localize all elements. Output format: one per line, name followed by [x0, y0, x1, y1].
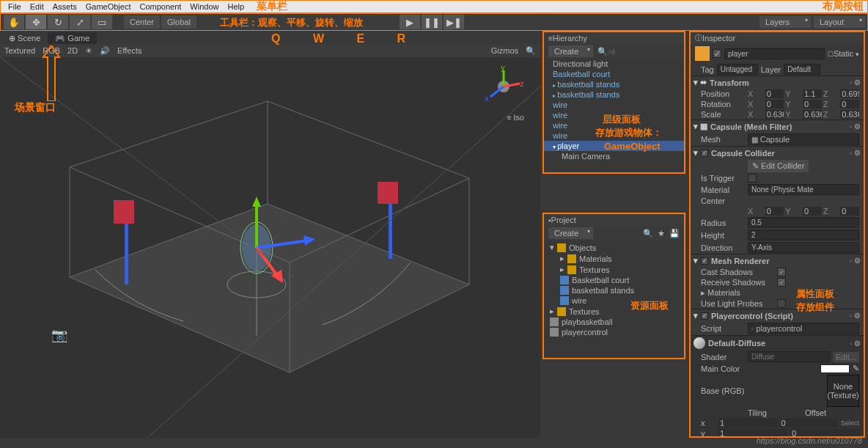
hierarchy-item[interactable]: wire: [544, 110, 684, 120]
play-button[interactable]: ▶: [400, 15, 420, 29]
shading-mode[interactable]: Textured: [4, 46, 35, 55]
meshfilter-header[interactable]: ▾ ▦ Capsule (Mesh Filter)▫ ⚙: [691, 120, 864, 133]
meshrenderer-header[interactable]: ▾ ✓ Mesh Renderer▫ ⚙: [691, 254, 864, 267]
menu-file[interactable]: File: [4, 2, 26, 11]
scene-tab[interactable]: ⊕ Scene: [1, 32, 48, 44]
project-folder[interactable]: ▸Textures: [547, 306, 681, 317]
rect-tool[interactable]: ▭: [92, 15, 112, 29]
svg-text:z: z: [520, 79, 524, 88]
rot-z[interactable]: 0: [840, 100, 859, 109]
texture-slot[interactable]: None(Texture): [827, 375, 859, 407]
static-checkbox[interactable]: ☐Static ▾: [828, 49, 859, 58]
name-field[interactable]: player: [724, 48, 825, 59]
hierarchy-item[interactable]: Basketball court: [544, 69, 684, 79]
pause-button[interactable]: ❚❚: [422, 15, 442, 29]
project-create[interactable]: Create: [548, 227, 593, 239]
hierarchy-item[interactable]: wire: [544, 100, 684, 110]
active-checkbox[interactable]: ✓: [713, 49, 721, 58]
tag-dropdown[interactable]: Untagged: [717, 64, 758, 75]
project-search[interactable]: 🔍: [643, 229, 653, 238]
hierarchy-item[interactable]: wire: [544, 120, 684, 131]
game-tab[interactable]: 🎮 Game: [48, 32, 97, 44]
project-folder[interactable]: ▸Materials: [547, 253, 681, 264]
move-tool[interactable]: ✥: [26, 15, 46, 29]
recvshadow-checkbox[interactable]: ✓: [777, 278, 786, 287]
effects-dropdown[interactable]: Effects: [117, 46, 141, 55]
space-mode[interactable]: Global: [161, 15, 196, 29]
pos-y[interactable]: 1.1: [803, 89, 822, 98]
rot-y[interactable]: 0: [803, 100, 822, 109]
pivot-mode[interactable]: Center: [124, 15, 160, 29]
hierarchy-item[interactable]: Directional light: [544, 59, 684, 69]
gizmos-dropdown[interactable]: Gizmos: [491, 46, 518, 55]
physmat-field[interactable]: None (Physic Mate: [748, 184, 859, 195]
rot-x[interactable]: 0: [765, 100, 784, 109]
edit-collider-button[interactable]: ✎ Edit Collider: [748, 160, 809, 172]
height-field[interactable]: 2: [748, 229, 859, 240]
collider-header[interactable]: ▾ ✓ Capsule Collider▫ ⚙: [691, 147, 864, 159]
castshadow-checkbox[interactable]: ✓: [777, 268, 786, 276]
hierarchy-item[interactable]: basketball stands: [544, 89, 684, 100]
scale-x[interactable]: 0.6361: [765, 110, 784, 119]
pos-x[interactable]: 0: [765, 89, 784, 98]
audio-icon[interactable]: 🔊: [100, 46, 110, 56]
project-script[interactable]: playercontrol: [547, 327, 681, 337]
color-swatch[interactable]: [820, 364, 850, 373]
project-prefab[interactable]: wire: [547, 295, 681, 306]
hierarchy-item[interactable]: basketball stands: [544, 79, 684, 89]
hierarchy-item[interactable]: Main Camera: [544, 151, 684, 161]
material-header[interactable]: Default-Diffuse▫ ⚙: [691, 336, 864, 350]
menu-assets[interactable]: Assets: [48, 2, 81, 11]
scale-tool[interactable]: ⤢: [70, 15, 90, 29]
menu-window[interactable]: Window: [185, 2, 223, 11]
project-prefab[interactable]: Basketball court: [547, 275, 681, 285]
project-folder[interactable]: ▾Objects: [547, 242, 681, 253]
scene-search[interactable]: 🔍: [526, 46, 536, 56]
gear-icon[interactable]: ▫ ⚙: [850, 312, 861, 320]
rotate-tool[interactable]: ↻: [48, 15, 68, 29]
script-field[interactable]: ▫ playercontrol: [748, 323, 859, 334]
scale-y[interactable]: 0.6361: [803, 110, 822, 119]
gear-icon[interactable]: ▫ ⚙: [850, 122, 861, 131]
project-prefab[interactable]: basketball stands: [547, 285, 681, 295]
gear-icon[interactable]: ▫ ⚙: [850, 78, 861, 87]
hierarchy-item[interactable]: wire: [544, 131, 684, 141]
layer-dropdown[interactable]: Default: [784, 64, 820, 75]
script-header[interactable]: ▾ ✓ Playercontrol (Script)▫ ⚙: [691, 309, 864, 322]
svg-rect-11: [378, 182, 398, 204]
menu-edit[interactable]: Edit: [26, 2, 48, 11]
mesh-field[interactable]: ▦ Capsule: [748, 133, 859, 145]
layers-dropdown[interactable]: Layers: [760, 16, 811, 28]
pos-z[interactable]: 0.695: [840, 89, 859, 98]
gear-icon[interactable]: ▫ ⚙: [850, 257, 861, 265]
eyedropper-icon[interactable]: ✎: [853, 364, 859, 373]
scale-z[interactable]: 0.6361: [840, 110, 859, 119]
step-button[interactable]: ▶❚: [444, 15, 464, 29]
lightprobes-checkbox[interactable]: [777, 299, 786, 308]
project-save-icon[interactable]: 💾: [669, 229, 680, 238]
project-folder[interactable]: ▸Textures: [547, 264, 681, 275]
select-button[interactable]: Select: [841, 419, 859, 427]
menu-help[interactable]: Help: [223, 2, 249, 11]
hand-tool[interactable]: ✋: [4, 15, 24, 29]
trigger-checkbox[interactable]: [748, 174, 757, 183]
hierarchy-create[interactable]: Create: [548, 45, 593, 57]
transform-header[interactable]: ▾ ⬌ Transform▫ ⚙: [691, 76, 864, 89]
gear-icon[interactable]: ▫ ⚙: [850, 149, 861, 157]
lighting-icon[interactable]: ☀: [85, 46, 92, 56]
scene-view[interactable]: y z x ≡ Iso 📷: [0, 57, 540, 438]
edit-button[interactable]: Edit...: [833, 352, 859, 362]
hierarchy-search[interactable]: 🔍All: [597, 47, 615, 56]
direction-dropdown[interactable]: Y-Axis: [748, 242, 859, 253]
menu-gameobject[interactable]: GameObject: [81, 2, 136, 11]
shader-dropdown[interactable]: Diffuse: [748, 351, 830, 362]
menu-component[interactable]: Component: [135, 2, 185, 11]
svg-marker-0: [70, 204, 469, 372]
project-asset[interactable]: playbasketball: [547, 317, 681, 327]
layout-dropdown[interactable]: Layout: [814, 16, 865, 28]
project-filter-icon[interactable]: ★: [658, 229, 665, 238]
gear-icon[interactable]: ▫ ⚙: [850, 339, 861, 348]
radius-field[interactable]: 0.5: [748, 217, 859, 228]
hierarchy-item-selected[interactable]: player: [544, 141, 684, 151]
mode-2d[interactable]: 2D: [67, 46, 78, 55]
